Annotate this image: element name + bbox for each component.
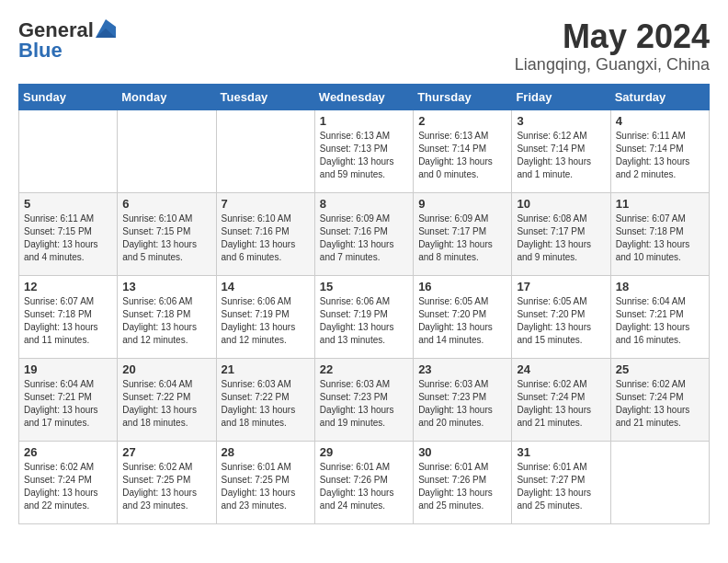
- day-cell: [118, 109, 216, 192]
- week-row-4: 19Sunrise: 6:04 AMSunset: 7:21 PMDayligh…: [19, 358, 710, 441]
- day-cell: 3Sunrise: 6:12 AMSunset: 7:14 PMDaylight…: [512, 109, 610, 192]
- location-title: Liangqing, Guangxi, China: [515, 55, 710, 75]
- day-cell: [610, 441, 709, 523]
- week-row-5: 26Sunrise: 6:02 AMSunset: 7:24 PMDayligh…: [19, 441, 710, 523]
- day-cell: 8Sunrise: 6:09 AMSunset: 7:16 PMDaylight…: [314, 192, 413, 275]
- day-cell: [19, 109, 118, 192]
- day-cell: 4Sunrise: 6:11 AMSunset: 7:14 PMDaylight…: [610, 109, 709, 192]
- day-number: 29: [320, 445, 408, 459]
- day-number: 31: [517, 445, 605, 459]
- day-number: 18: [616, 280, 704, 293]
- header-day-wednesday: Wednesday: [314, 84, 413, 109]
- day-info: Sunrise: 6:02 AMSunset: 7:25 PMDaylight:…: [122, 461, 210, 512]
- day-cell: 20Sunrise: 6:04 AMSunset: 7:22 PMDayligh…: [118, 358, 216, 441]
- day-number: 4: [616, 114, 704, 128]
- month-title: May 2024: [515, 18, 710, 55]
- day-cell: 24Sunrise: 6:02 AMSunset: 7:24 PMDayligh…: [512, 358, 610, 441]
- day-number: 28: [222, 445, 310, 459]
- day-info: Sunrise: 6:06 AMSunset: 7:18 PMDaylight:…: [122, 295, 210, 347]
- day-cell: 19Sunrise: 6:04 AMSunset: 7:21 PMDayligh…: [19, 358, 118, 441]
- day-info: Sunrise: 6:01 AMSunset: 7:26 PMDaylight:…: [320, 461, 408, 512]
- day-number: 22: [320, 362, 408, 376]
- header: General Blue May 2024 Liangqing, Guangxi…: [18, 18, 710, 75]
- day-cell: 15Sunrise: 6:06 AMSunset: 7:19 PMDayligh…: [314, 275, 413, 358]
- day-cell: 2Sunrise: 6:13 AMSunset: 7:14 PMDaylight…: [414, 109, 512, 192]
- day-info: Sunrise: 6:03 AMSunset: 7:22 PMDaylight:…: [222, 378, 310, 430]
- day-info: Sunrise: 6:02 AMSunset: 7:24 PMDaylight:…: [24, 461, 112, 512]
- day-info: Sunrise: 6:06 AMSunset: 7:19 PMDaylight:…: [320, 295, 408, 347]
- day-cell: 1Sunrise: 6:13 AMSunset: 7:13 PMDaylight…: [314, 109, 413, 192]
- header-day-saturday: Saturday: [610, 84, 709, 109]
- day-cell: 31Sunrise: 6:01 AMSunset: 7:27 PMDayligh…: [512, 441, 610, 523]
- week-row-1: 1Sunrise: 6:13 AMSunset: 7:13 PMDaylight…: [19, 109, 710, 192]
- day-number: 26: [24, 445, 112, 459]
- day-cell: 30Sunrise: 6:01 AMSunset: 7:26 PMDayligh…: [414, 441, 512, 523]
- day-cell: 22Sunrise: 6:03 AMSunset: 7:23 PMDayligh…: [314, 358, 413, 441]
- day-cell: 12Sunrise: 6:07 AMSunset: 7:18 PMDayligh…: [19, 275, 118, 358]
- day-info: Sunrise: 6:04 AMSunset: 7:21 PMDaylight:…: [24, 378, 112, 430]
- day-number: 24: [517, 362, 605, 376]
- day-info: Sunrise: 6:10 AMSunset: 7:16 PMDaylight:…: [222, 213, 310, 264]
- day-number: 7: [222, 197, 310, 211]
- header-day-tuesday: Tuesday: [216, 84, 314, 109]
- day-number: 13: [122, 280, 210, 293]
- day-info: Sunrise: 6:01 AMSunset: 7:25 PMDaylight:…: [222, 461, 310, 512]
- header-day-sunday: Sunday: [19, 84, 118, 109]
- day-cell: 6Sunrise: 6:10 AMSunset: 7:15 PMDaylight…: [118, 192, 216, 275]
- day-number: 6: [122, 197, 210, 211]
- day-number: 12: [24, 280, 112, 293]
- day-info: Sunrise: 6:10 AMSunset: 7:15 PMDaylight:…: [122, 213, 210, 264]
- day-cell: 18Sunrise: 6:04 AMSunset: 7:21 PMDayligh…: [610, 275, 709, 358]
- day-cell: 14Sunrise: 6:06 AMSunset: 7:19 PMDayligh…: [216, 275, 314, 358]
- day-info: Sunrise: 6:07 AMSunset: 7:18 PMDaylight:…: [24, 295, 112, 347]
- day-number: 10: [517, 197, 605, 211]
- day-number: 14: [222, 280, 310, 293]
- day-cell: 27Sunrise: 6:02 AMSunset: 7:25 PMDayligh…: [118, 441, 216, 523]
- week-row-3: 12Sunrise: 6:07 AMSunset: 7:18 PMDayligh…: [19, 275, 710, 358]
- day-info: Sunrise: 6:13 AMSunset: 7:14 PMDaylight:…: [418, 130, 506, 181]
- header-day-thursday: Thursday: [414, 84, 512, 109]
- day-number: 30: [418, 445, 506, 459]
- day-info: Sunrise: 6:01 AMSunset: 7:26 PMDaylight:…: [418, 461, 506, 512]
- day-info: Sunrise: 6:13 AMSunset: 7:13 PMDaylight:…: [320, 130, 408, 181]
- day-number: 3: [517, 114, 605, 128]
- title-area: May 2024 Liangqing, Guangxi, China: [515, 18, 710, 75]
- day-number: 2: [418, 114, 506, 128]
- day-info: Sunrise: 6:03 AMSunset: 7:23 PMDaylight:…: [320, 378, 408, 430]
- day-number: 1: [320, 114, 408, 128]
- day-number: 27: [122, 445, 210, 459]
- day-cell: 16Sunrise: 6:05 AMSunset: 7:20 PMDayligh…: [414, 275, 512, 358]
- day-number: 23: [418, 362, 506, 376]
- logo-icon: [96, 19, 116, 38]
- day-info: Sunrise: 6:06 AMSunset: 7:19 PMDaylight:…: [222, 295, 310, 347]
- day-number: 21: [222, 362, 310, 376]
- day-number: 5: [24, 197, 112, 211]
- day-number: 25: [616, 362, 704, 376]
- day-cell: 29Sunrise: 6:01 AMSunset: 7:26 PMDayligh…: [314, 441, 413, 523]
- calendar-table: SundayMondayTuesdayWednesdayThursdayFrid…: [18, 84, 710, 524]
- day-cell: 26Sunrise: 6:02 AMSunset: 7:24 PMDayligh…: [19, 441, 118, 523]
- day-cell: 7Sunrise: 6:10 AMSunset: 7:16 PMDaylight…: [216, 192, 314, 275]
- day-info: Sunrise: 6:09 AMSunset: 7:16 PMDaylight:…: [320, 213, 408, 264]
- day-number: 16: [418, 280, 506, 293]
- week-row-2: 5Sunrise: 6:11 AMSunset: 7:15 PMDaylight…: [19, 192, 710, 275]
- day-info: Sunrise: 6:02 AMSunset: 7:24 PMDaylight:…: [616, 378, 704, 430]
- day-number: 15: [320, 280, 408, 293]
- day-info: Sunrise: 6:02 AMSunset: 7:24 PMDaylight:…: [517, 378, 605, 430]
- day-info: Sunrise: 6:05 AMSunset: 7:20 PMDaylight:…: [418, 295, 506, 347]
- header-day-friday: Friday: [512, 84, 610, 109]
- day-cell: 10Sunrise: 6:08 AMSunset: 7:17 PMDayligh…: [512, 192, 610, 275]
- day-cell: 9Sunrise: 6:09 AMSunset: 7:17 PMDaylight…: [414, 192, 512, 275]
- day-info: Sunrise: 6:12 AMSunset: 7:14 PMDaylight:…: [517, 130, 605, 181]
- day-info: Sunrise: 6:03 AMSunset: 7:23 PMDaylight:…: [418, 378, 506, 430]
- day-info: Sunrise: 6:04 AMSunset: 7:21 PMDaylight:…: [616, 295, 704, 347]
- header-row: SundayMondayTuesdayWednesdayThursdayFrid…: [19, 84, 710, 109]
- day-cell: 5Sunrise: 6:11 AMSunset: 7:15 PMDaylight…: [19, 192, 118, 275]
- logo-blue-text: Blue: [18, 39, 63, 63]
- day-info: Sunrise: 6:04 AMSunset: 7:22 PMDaylight:…: [122, 378, 210, 430]
- day-cell: [216, 109, 314, 192]
- day-cell: 11Sunrise: 6:07 AMSunset: 7:18 PMDayligh…: [610, 192, 709, 275]
- day-info: Sunrise: 6:07 AMSunset: 7:18 PMDaylight:…: [616, 213, 704, 264]
- day-info: Sunrise: 6:05 AMSunset: 7:20 PMDaylight:…: [517, 295, 605, 347]
- day-info: Sunrise: 6:11 AMSunset: 7:14 PMDaylight:…: [616, 130, 704, 181]
